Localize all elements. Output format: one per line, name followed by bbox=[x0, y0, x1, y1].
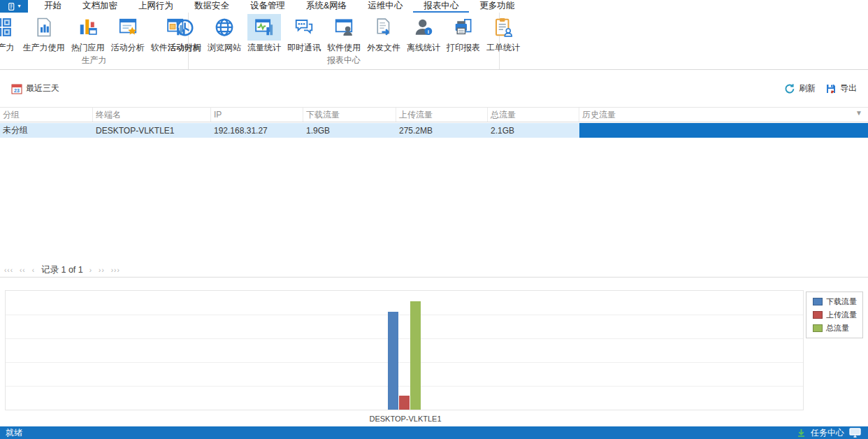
legend-item-total: 总流量 bbox=[813, 323, 857, 333]
app-menu-button[interactable]: ▾ bbox=[0, 0, 28, 13]
tab-more-features[interactable]: 更多功能 bbox=[469, 0, 525, 13]
ribbon-button-active-time[interactable]: 活动时间 bbox=[165, 14, 204, 53]
ribbon-tab-bar: ▾ 开始 文档加密 上网行为 数据安全 设备管理 系统&网络 运维中心 报表中心… bbox=[0, 0, 868, 13]
user-info-icon: i bbox=[413, 17, 434, 38]
document-bar-chart-icon bbox=[34, 17, 55, 38]
tab-ops-center[interactable]: 运维中心 bbox=[357, 0, 413, 13]
status-ready-label: 就绪 bbox=[6, 427, 22, 439]
legend-swatch bbox=[813, 311, 823, 319]
chart-plot bbox=[5, 290, 804, 410]
column-options-caret-icon[interactable]: ▼ bbox=[855, 109, 862, 117]
first-page-button[interactable]: ‹‹‹ bbox=[4, 266, 13, 274]
clipboard-user-icon bbox=[493, 17, 514, 38]
monitor-icon[interactable] bbox=[849, 428, 861, 438]
ribbon-group-productivity: 生产力 生产力使用 热门应用 活动分析 软件活动分析 bbox=[0, 13, 189, 69]
date-range-filter-button[interactable]: 23 最近三天 bbox=[11, 82, 59, 94]
table-header: 分组 终端名 IP 下载流量 上传流量 总流量 历史流量 ▼ bbox=[0, 107, 868, 122]
tab-device-management[interactable]: 设备管理 bbox=[240, 0, 296, 13]
ribbon-button-outgoing-files[interactable]: 外发文件 bbox=[364, 14, 403, 53]
task-center-button[interactable]: 任务中心 bbox=[811, 427, 844, 439]
printer-icon bbox=[453, 17, 474, 38]
table-row[interactable]: 未分组 DESKTOP-VLKTLE1 192.168.31.27 1.9GB … bbox=[0, 123, 868, 138]
chart-bar-1 bbox=[399, 396, 410, 410]
app-menu-caret-icon: ▾ bbox=[17, 3, 20, 9]
ribbon-button-activity-analysis[interactable]: 活动分析 bbox=[108, 14, 147, 53]
svg-text:23: 23 bbox=[14, 88, 20, 93]
globe-icon bbox=[214, 17, 235, 38]
cell-total: 2.1GB bbox=[488, 123, 579, 138]
tab-system-network[interactable]: 系统&网络 bbox=[296, 0, 357, 13]
history-clock-icon bbox=[174, 17, 195, 38]
ribbon-group-label-report-center: 报表中心 bbox=[189, 55, 499, 69]
legend-swatch bbox=[813, 298, 823, 305]
status-bar: 就绪 任务中心 bbox=[0, 426, 868, 439]
export-button[interactable]: 导出 bbox=[825, 82, 857, 94]
ribbon-button-instant-messaging[interactable]: 即时通讯 bbox=[284, 14, 324, 53]
window-user-icon bbox=[333, 17, 354, 38]
tab-doc-encryption[interactable]: 文档加密 bbox=[72, 0, 128, 13]
column-header-terminal[interactable]: 终端名 bbox=[93, 108, 211, 122]
tab-report-center[interactable]: 报表中心 bbox=[413, 0, 469, 13]
chat-bubbles-icon bbox=[294, 17, 314, 38]
legend-item-download: 下载流量 bbox=[813, 296, 857, 307]
column-header-group[interactable]: 分组 bbox=[0, 108, 93, 122]
tab-strip: 开始 文档加密 上网行为 数据安全 设备管理 系统&网络 运维中心 报表中心 更… bbox=[34, 0, 525, 13]
column-header-upload[interactable]: 上传流量 bbox=[396, 108, 488, 122]
ribbon-button-software-usage[interactable]: 软件使用 bbox=[324, 14, 363, 53]
cell-history bbox=[579, 123, 868, 138]
ribbon-group-label-productivity: 生产力 bbox=[0, 55, 188, 69]
app-menu-icon bbox=[7, 2, 16, 11]
legend-item-upload: 上传流量 bbox=[813, 310, 857, 320]
app-window: ▾ 开始 文档加密 上网行为 数据安全 设备管理 系统&网络 运维中心 报表中心… bbox=[0, 0, 868, 439]
ribbon-button-work-order-stats[interactable]: 工单统计 bbox=[484, 14, 523, 53]
ribbon-group-report-center: 活动时间 浏览网站 流量统计 即时通讯 软件使用 bbox=[189, 13, 500, 69]
fast-prev-page-button[interactable]: ‹‹ bbox=[20, 266, 26, 274]
record-count-label: 记录 1 of 1 bbox=[41, 264, 83, 276]
column-header-history[interactable]: 历史流量 ▼ bbox=[579, 108, 868, 122]
column-header-ip[interactable]: IP bbox=[211, 108, 303, 122]
document-export-arrow-icon bbox=[373, 17, 394, 38]
ribbon-button-print-reports[interactable]: 打印报表 bbox=[444, 14, 483, 53]
traffic-chart-icon bbox=[254, 17, 275, 38]
column-header-total[interactable]: 总流量 bbox=[488, 108, 579, 122]
ribbon-button-browsed-websites[interactable]: 浏览网站 bbox=[205, 14, 244, 53]
fast-next-page-button[interactable]: ›› bbox=[99, 266, 105, 274]
cell-download: 1.9GB bbox=[303, 123, 396, 138]
export-save-icon bbox=[825, 83, 837, 94]
ribbon-button-offline-stats[interactable]: i 离线统计 bbox=[404, 14, 443, 53]
ribbon-button-hot-apps[interactable]: 热门应用 bbox=[68, 14, 108, 53]
window-star-icon bbox=[117, 17, 138, 38]
bar-group bbox=[388, 291, 421, 410]
prev-page-button[interactable]: ‹ bbox=[32, 266, 35, 274]
column-header-download[interactable]: 下载流量 bbox=[303, 108, 396, 122]
svg-text:i: i bbox=[428, 29, 429, 35]
export-label: 导出 bbox=[840, 82, 857, 94]
pagination-bar: ‹‹‹ ‹‹ ‹ 记录 1 of 1 › ›› ››› bbox=[0, 263, 868, 278]
tab-data-security[interactable]: 数据安全 bbox=[184, 0, 240, 13]
cell-terminal: DESKTOP-VLKTLE1 bbox=[93, 123, 211, 138]
report-toolbar: 23 最近三天 刷新 导出 bbox=[0, 71, 868, 106]
colored-bars-icon bbox=[78, 17, 99, 38]
refresh-label: 刷新 bbox=[799, 82, 816, 94]
download-arrow-icon bbox=[797, 429, 806, 438]
ribbon: 生产力 生产力使用 热门应用 活动分析 软件活动分析 bbox=[0, 13, 868, 70]
refresh-icon bbox=[784, 83, 795, 94]
ribbon-button-traffic-stats[interactable]: 流量统计 bbox=[245, 14, 284, 53]
ribbon-button-productivity-usage[interactable]: 生产力使用 bbox=[20, 14, 68, 53]
tab-web-behavior[interactable]: 上网行为 bbox=[128, 0, 184, 13]
refresh-button[interactable]: 刷新 bbox=[784, 82, 816, 94]
legend-swatch bbox=[813, 324, 823, 332]
tab-start[interactable]: 开始 bbox=[34, 0, 72, 13]
last-page-button[interactable]: ››› bbox=[111, 266, 120, 274]
chart-legend: 下载流量 上传流量 总流量 bbox=[806, 292, 863, 338]
date-range-label: 最近三天 bbox=[26, 82, 59, 94]
chart-bar-0 bbox=[388, 312, 398, 410]
cell-group: 未分组 bbox=[0, 123, 93, 138]
calendar-icon: 23 bbox=[11, 83, 22, 94]
history-traffic-bar bbox=[579, 123, 868, 138]
cell-ip: 192.168.31.27 bbox=[211, 123, 303, 138]
ribbon-button-productivity[interactable]: 生产力 bbox=[0, 14, 20, 53]
next-page-button[interactable]: › bbox=[89, 266, 92, 274]
chart-bar-2 bbox=[410, 301, 421, 410]
chart-category-label: DESKTOP-VLKTLE1 bbox=[369, 415, 441, 423]
